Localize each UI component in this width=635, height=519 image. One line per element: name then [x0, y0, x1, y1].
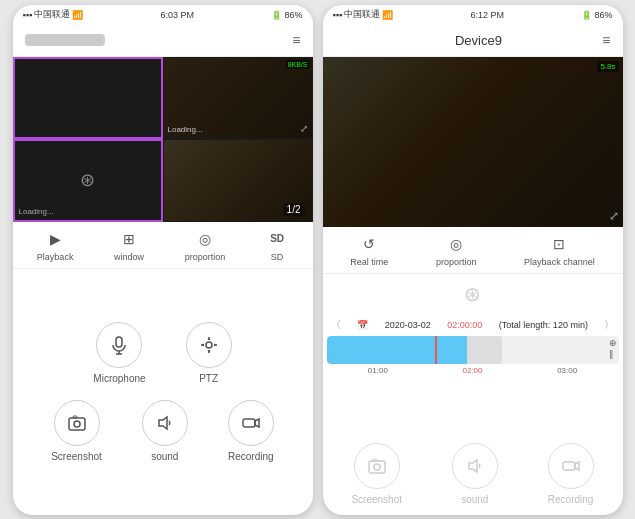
- ptz-label: PTZ: [199, 373, 218, 384]
- timeline-fill: [327, 336, 502, 364]
- screenshot-button-right: Screenshot: [351, 443, 402, 505]
- wifi-badge-right: 5.8s: [597, 61, 618, 72]
- svg-marker-15: [159, 417, 167, 429]
- controls-area-left: Microphone PTZ: [13, 269, 313, 515]
- ptz-icon: [186, 322, 232, 368]
- bitrate-badge: 8KB/S: [286, 60, 310, 69]
- tool-realtime[interactable]: ↺ Real time: [350, 233, 388, 267]
- status-right-left: 🔋 86%: [271, 10, 302, 20]
- cam-top-right[interactable]: 8KB/S Loading... ⤢: [163, 57, 313, 140]
- cam-bottom-left[interactable]: ⊛ Loading...: [13, 139, 163, 222]
- svg-rect-12: [69, 418, 85, 430]
- screenshot-label: Screenshot: [51, 451, 102, 462]
- recording-button-right: Recording: [548, 443, 594, 505]
- spinner-bl: ⊛: [80, 169, 95, 191]
- right-phone: ▪▪▪ 中国联通 📶 6:12 PM 🔋 86% Device9 ≡ 5.8s …: [323, 5, 623, 515]
- battery-right: 86%: [594, 10, 612, 20]
- camera-single[interactable]: 5.8s ⤢: [323, 57, 623, 227]
- svg-rect-22: [563, 462, 575, 470]
- svg-rect-14: [73, 416, 77, 418]
- battery-icon-right: 🔋: [581, 10, 592, 20]
- screenshot-button[interactable]: Screenshot: [51, 400, 102, 462]
- loading-text-tr: Loading...: [168, 125, 203, 134]
- fullscreen-icon-right[interactable]: ⤢: [609, 209, 619, 223]
- spinner-area: ⊛: [323, 274, 623, 314]
- carrier-left: 中国联通: [34, 8, 70, 21]
- timeline-cursor: [435, 336, 437, 364]
- battery-icon-left: 🔋: [271, 10, 282, 20]
- zoom-controls: ⊕ ‖: [609, 338, 617, 359]
- svg-marker-9: [207, 350, 210, 353]
- svg-marker-23: [575, 462, 579, 470]
- cam-top-left[interactable]: [13, 57, 163, 140]
- sd-label: SD: [271, 252, 284, 262]
- zoom-in-button[interactable]: ⊕: [609, 338, 617, 348]
- time-right: 6:12 PM: [471, 10, 505, 20]
- ptz-button[interactable]: PTZ: [186, 322, 232, 384]
- zoom-divider: ‖: [609, 349, 617, 359]
- sound-label-right: sound: [461, 494, 488, 505]
- recording-label: Recording: [228, 451, 274, 462]
- recording-icon-right: [548, 443, 594, 489]
- svg-marker-8: [207, 337, 210, 340]
- realtime-icon: ↺: [358, 233, 380, 255]
- status-left-right: ▪▪▪ 中国联通 📶: [333, 8, 394, 21]
- window-icon: ⊞: [118, 228, 140, 250]
- tool-playback[interactable]: ▶ Playback: [37, 228, 74, 262]
- svg-rect-0: [116, 337, 122, 347]
- proportion-label-right: proportion: [436, 257, 477, 267]
- svg-marker-10: [201, 343, 204, 346]
- signal-bars: ▪▪▪: [23, 10, 33, 20]
- carrier-right: 中国联通: [344, 8, 380, 21]
- toolbar-right: ↺ Real time ◎ proportion ⊡ Playback chan…: [323, 227, 623, 274]
- header-left: ≡: [13, 25, 313, 57]
- proportion-icon: ◎: [194, 228, 216, 250]
- realtime-label: Real time: [350, 257, 388, 267]
- tool-window[interactable]: ⊞ window: [114, 228, 144, 262]
- sound-label: sound: [151, 451, 178, 462]
- toolbar-left: ▶ Playback ⊞ window ◎ proportion SD SD: [13, 222, 313, 269]
- svg-rect-18: [369, 461, 385, 473]
- sound-button[interactable]: sound: [142, 400, 188, 462]
- header-right: Device9 ≡: [323, 25, 623, 57]
- bottom-controls-right: Screenshot sound Recording: [323, 433, 623, 515]
- menu-button-left[interactable]: ≡: [292, 32, 300, 48]
- svg-point-13: [74, 421, 80, 427]
- time-left: 6:03 PM: [161, 10, 195, 20]
- svg-rect-20: [373, 459, 377, 461]
- recording-button[interactable]: Recording: [228, 400, 274, 462]
- playback-channel-icon: ⊡: [548, 233, 570, 255]
- playback-label: Playback: [37, 252, 74, 262]
- menu-button-right[interactable]: ≡: [602, 32, 610, 48]
- timeline-label-0: 01:00: [368, 366, 388, 375]
- status-left: ▪▪▪ 中国联通 📶: [23, 8, 84, 21]
- timeline-bar[interactable]: ⊕ ‖: [327, 336, 619, 364]
- tool-proportion-right[interactable]: ◎ proportion: [436, 233, 477, 267]
- tool-sd[interactable]: SD SD: [266, 228, 288, 262]
- camera-image: [323, 57, 623, 227]
- wifi-icon-right: 📶: [382, 10, 393, 20]
- loading-spinner: ⊛: [464, 282, 481, 306]
- playback-channel-label: Playback channel: [524, 257, 595, 267]
- controls-row1: Microphone PTZ: [93, 322, 231, 384]
- timeline-header: 〈 📅 2020-03-02 02:00:00 (Total length: 1…: [323, 314, 623, 336]
- microphone-label: Microphone: [93, 373, 145, 384]
- page-indicator: 1/2: [283, 203, 305, 216]
- microphone-button[interactable]: Microphone: [93, 322, 145, 384]
- timeline-prev[interactable]: 〈: [331, 318, 341, 332]
- timeline-labels: 01:00 02:00 03:00: [323, 364, 623, 377]
- device-title: Device9: [455, 33, 502, 48]
- controls-row2: Screenshot sound Recordi: [51, 400, 274, 462]
- loading-text-bl: Loading...: [19, 207, 54, 216]
- left-phone: ▪▪▪ 中国联通 📶 6:03 PM 🔋 86% ≡ 8KB/S Loading…: [13, 5, 313, 515]
- microphone-icon: [96, 322, 142, 368]
- tool-playback-channel[interactable]: ⊡ Playback channel: [524, 233, 595, 267]
- svg-marker-11: [214, 343, 217, 346]
- tool-proportion[interactable]: ◎ proportion: [185, 228, 226, 262]
- timeline-total: (Total length: 120 min): [499, 320, 588, 330]
- fullscreen-icon-tr[interactable]: ⤢: [300, 123, 308, 134]
- timeline-label-1: 02:00: [462, 366, 482, 375]
- timeline-next[interactable]: 〉: [604, 318, 614, 332]
- status-bar-left: ▪▪▪ 中国联通 📶 6:03 PM 🔋 86%: [13, 5, 313, 25]
- status-right-right: 🔋 86%: [581, 10, 612, 20]
